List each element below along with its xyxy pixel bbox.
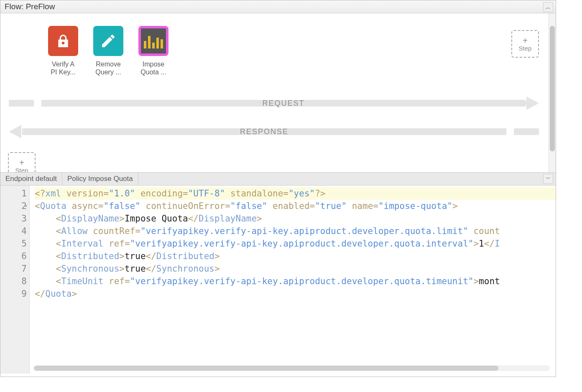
- plus-icon: +: [523, 36, 528, 45]
- code-area[interactable]: <?xml version="1.0" encoding="UTF-8" sta…: [30, 186, 556, 374]
- policy-verify-api-key[interactable]: Verify A PI Key...: [46, 26, 80, 76]
- policy-impose-quota[interactable]: Impose Quota ...: [137, 26, 170, 76]
- tab-endpoint[interactable]: Endpoint default: [0, 173, 62, 185]
- code-editor[interactable]: 12▾3456789 <?xml version="1.0" encoding=…: [0, 186, 556, 374]
- request-label: REQUEST: [41, 99, 526, 108]
- collapse-flow-button[interactable]: ︽: [543, 2, 553, 12]
- tab-policy[interactable]: Policy Impose Quota: [62, 173, 138, 185]
- pencil-icon: [93, 26, 123, 56]
- policy-label: Verify A PI Key...: [46, 60, 80, 76]
- vertical-scrollbar[interactable]: [549, 13, 556, 172]
- editor-tabs: Endpoint default Policy Impose Quota ︾: [0, 173, 556, 186]
- lock-icon: [48, 26, 78, 56]
- response-flow-arrow: RESPONSE: [9, 125, 539, 138]
- add-step-response-button[interactable]: + Step: [8, 152, 36, 173]
- expand-editor-button[interactable]: ︾: [543, 174, 553, 184]
- response-label: RESPONSE: [22, 127, 506, 136]
- policy-label: Remove Query ...: [92, 60, 125, 76]
- quota-icon: [138, 26, 168, 56]
- chevron-double-up-icon: ︽: [546, 1, 551, 13]
- plus-icon: +: [19, 158, 24, 167]
- request-flow-arrow: REQUEST: [9, 97, 539, 109]
- flow-canvas: Verify A PI Key... Remove Query ...: [0, 13, 556, 173]
- flow-header: Flow: PreFlow ︽: [0, 0, 556, 13]
- line-gutter: 12▾3456789: [0, 186, 30, 374]
- add-step-request-button[interactable]: + Step: [511, 30, 539, 58]
- flow-title: Flow: PreFlow: [5, 2, 55, 11]
- horizontal-scrollbar[interactable]: [34, 365, 550, 371]
- policy-label: Impose Quota ...: [137, 60, 170, 76]
- policy-remove-query[interactable]: Remove Query ...: [92, 26, 125, 76]
- chevron-double-down-icon: ︾: [546, 176, 551, 183]
